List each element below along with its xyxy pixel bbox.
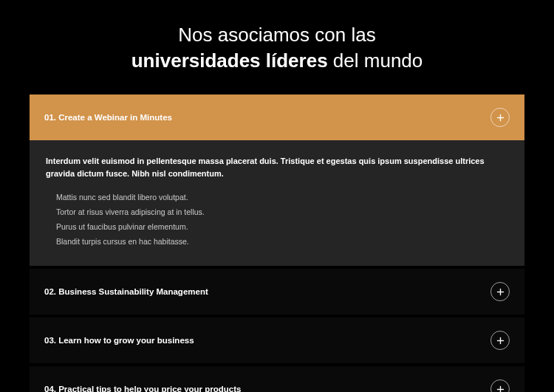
heading-suffix: del mundo xyxy=(328,49,423,72)
plus-icon xyxy=(490,331,510,350)
accordion-header-2[interactable]: 02. Business Sustainability Management xyxy=(30,269,524,314)
content-intro: Interdum velit euismod in pellentesque m… xyxy=(46,155,508,180)
accordion-item-1: 01. Create a Webinar in Minutes Interdum… xyxy=(30,94,524,266)
content-list: Mattis nunc sed blandit libero volutpat.… xyxy=(46,190,508,250)
accordion-item-2: 02. Business Sustainability Management xyxy=(30,269,524,314)
list-item: Tortor at risus viverra adipiscing at in… xyxy=(55,205,508,220)
accordion-header-3[interactable]: 03. Learn how to grow your business xyxy=(30,317,524,363)
main-container: Nos asociamos con las universidades líde… xyxy=(0,0,554,392)
accordion-title-2: 02. Business Sustainability Management xyxy=(44,287,208,296)
accordion: 01. Create a Webinar in Minutes Interdum… xyxy=(30,94,524,392)
heading-bold: universidades líderes xyxy=(131,49,328,72)
accordion-header-4[interactable]: 04. Practical tips to help you price you… xyxy=(30,366,524,392)
accordion-item-4: 04. Practical tips to help you price you… xyxy=(30,366,524,392)
accordion-title-4: 04. Practical tips to help you price you… xyxy=(44,385,241,392)
list-item: Blandit turpis cursus en hac habitasse. xyxy=(55,235,508,250)
heading-line1: Nos asociamos con las xyxy=(178,24,375,46)
page-heading: Nos asociamos con las universidades líde… xyxy=(30,22,524,74)
plus-icon xyxy=(490,108,510,127)
accordion-header-1[interactable]: 01. Create a Webinar in Minutes xyxy=(30,94,524,140)
list-item: Purus ut faucibus pulvinar elementum. xyxy=(55,220,508,235)
accordion-title-1: 01. Create a Webinar in Minutes xyxy=(44,113,172,122)
accordion-item-3: 03. Learn how to grow your business xyxy=(30,317,524,363)
accordion-content-1: Interdum velit euismod in pellentesque m… xyxy=(30,140,524,266)
plus-icon xyxy=(490,282,510,301)
list-item: Mattis nunc sed blandit libero volutpat. xyxy=(55,190,508,205)
plus-icon xyxy=(490,379,510,392)
accordion-title-3: 03. Learn how to grow your business xyxy=(44,336,194,345)
